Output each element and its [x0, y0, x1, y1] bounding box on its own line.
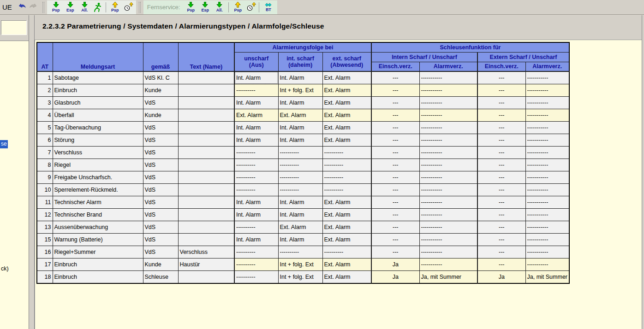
cell-ext_scharf_abwesend[interactable]: ----------	[322, 246, 371, 258]
cell-ext_scharf_abwesend[interactable]: Ext. Alarm	[322, 196, 371, 209]
cell-meldungsart[interactable]: Glasbruch	[53, 97, 143, 109]
clock-upload-button[interactable]	[122, 1, 134, 13]
cell-meldungsart[interactable]: Überfall	[53, 109, 143, 122]
cell-text_name[interactable]	[178, 97, 234, 109]
cell-meldungsart[interactable]: Riegel+Summer	[53, 246, 143, 258]
cell-meldungsart[interactable]: Einbruch	[53, 84, 143, 97]
cell-extern_alarmverz[interactable]: -----------	[525, 258, 569, 271]
cell-text_name[interactable]	[178, 171, 234, 184]
cell-meldungsart[interactable]: Einbruch	[53, 258, 143, 271]
cell-extern_einschverz[interactable]: ---	[477, 71, 525, 84]
cell-text_name[interactable]	[178, 159, 234, 171]
cell-intern_alarmverz[interactable]: -----------	[419, 71, 477, 84]
cell-intern_einschverz[interactable]: ---	[371, 134, 419, 147]
cell-text_name[interactable]	[178, 234, 234, 246]
cell-ext_scharf_abwesend[interactable]: Ext. Alarm	[322, 122, 371, 134]
cell-unscharf_aus[interactable]: Ext. Alarm	[234, 109, 278, 122]
cell-meldungsart[interactable]: Technischer Brand	[53, 209, 143, 221]
cell-intern_alarmverz[interactable]: -----------	[419, 209, 477, 221]
cell-extern_einschverz[interactable]: ---	[477, 258, 525, 271]
left-panel-input[interactable]	[1, 20, 27, 35]
fernservice-all-download-button[interactable]: All.	[212, 1, 227, 14]
cell-extern_einschverz[interactable]: ---	[477, 122, 525, 134]
esp-download-button[interactable]: Esp	[63, 1, 78, 14]
cell-gemaess[interactable]: VdS	[143, 184, 178, 196]
cell-extern_alarmverz[interactable]: -----------	[525, 71, 569, 84]
cell-intern_alarmverz[interactable]: -----------	[419, 109, 477, 122]
cell-ext_scharf_abwesend[interactable]: Ext. Alarm	[322, 134, 371, 147]
cell-intern_alarmverz[interactable]: -----------	[419, 258, 477, 271]
cell-int_scharf_daheim[interactable]: Int. Alarm	[278, 122, 322, 134]
cell-text_name[interactable]	[178, 184, 234, 196]
cell-int_scharf_daheim[interactable]: Int. Alarm	[278, 209, 322, 221]
cell-int_scharf_daheim[interactable]: Ext. Alarm	[278, 221, 322, 234]
cell-meldungsart[interactable]: Technischer Alarm	[53, 196, 143, 209]
cell-at[interactable]: 17	[37, 258, 53, 271]
cell-text_name[interactable]	[178, 196, 234, 209]
cell-extern_alarmverz[interactable]: -----------	[525, 196, 569, 209]
cell-at[interactable]: 13	[37, 221, 53, 234]
cell-text_name[interactable]: Verschluss	[178, 246, 234, 258]
cell-unscharf_aus[interactable]: ----------	[234, 84, 278, 97]
cell-gemaess[interactable]: VdS	[143, 159, 178, 171]
cell-extern_alarmverz[interactable]: -----------	[525, 97, 569, 109]
cell-extern_alarmverz[interactable]: -----------	[525, 109, 569, 122]
redo-button[interactable]	[28, 1, 40, 13]
cell-extern_alarmverz[interactable]: -----------	[525, 234, 569, 246]
cell-intern_alarmverz[interactable]: -----------	[419, 184, 477, 196]
cell-meldungsart[interactable]: Sperrelement-Rückmeld.	[53, 184, 143, 196]
cell-intern_alarmverz[interactable]: -----------	[419, 147, 477, 159]
cell-intern_einschverz[interactable]: ---	[371, 109, 419, 122]
cell-extern_alarmverz[interactable]: -----------	[525, 184, 569, 196]
cell-text_name[interactable]	[178, 271, 234, 284]
cell-intern_alarmverz[interactable]: -----------	[419, 134, 477, 147]
cell-extern_einschverz[interactable]: ---	[477, 97, 525, 109]
cell-intern_einschverz[interactable]: ---	[371, 71, 419, 84]
cell-unscharf_aus[interactable]: Int. Alarm	[234, 122, 278, 134]
cell-at[interactable]: 2	[37, 84, 53, 97]
cell-unscharf_aus[interactable]: Int. Alarm	[234, 97, 278, 109]
cell-meldungsart[interactable]: Warnung (Batterie)	[53, 234, 143, 246]
cell-gemaess[interactable]: Kunde	[143, 258, 178, 271]
cell-int_scharf_daheim[interactable]: Int + folg. Ext	[278, 84, 322, 97]
cell-extern_alarmverz[interactable]: -----------	[525, 221, 569, 234]
cell-gemaess[interactable]: VdS	[143, 97, 178, 109]
cell-gemaess[interactable]: Kunde	[143, 109, 178, 122]
cell-ext_scharf_abwesend[interactable]: Ext. Alarm	[322, 234, 371, 246]
cell-unscharf_aus[interactable]: ----------	[234, 271, 278, 284]
cell-at[interactable]: 11	[37, 196, 53, 209]
cell-intern_alarmverz[interactable]: Ja, mit Summer	[419, 271, 477, 284]
cell-intern_einschverz[interactable]: ---	[371, 234, 419, 246]
cell-intern_einschverz[interactable]: Ja	[371, 258, 419, 271]
cell-extern_einschverz[interactable]: ---	[477, 221, 525, 234]
cell-extern_einschverz[interactable]: ---	[477, 184, 525, 196]
fernservice-psp-upload-button[interactable]: Psp	[231, 1, 245, 14]
cell-at[interactable]: 10	[37, 184, 53, 196]
cell-int_scharf_daheim[interactable]: Int + folg. Ext	[278, 271, 322, 284]
cell-unscharf_aus[interactable]: Int. Alarm	[234, 209, 278, 221]
cell-gemaess[interactable]: VdS	[143, 221, 178, 234]
cell-intern_einschverz[interactable]: ---	[371, 221, 419, 234]
cell-int_scharf_daheim[interactable]: ----------	[278, 246, 322, 258]
cell-text_name[interactable]	[178, 122, 234, 134]
cell-intern_alarmverz[interactable]: -----------	[419, 171, 477, 184]
cell-int_scharf_daheim[interactable]: ----------	[278, 184, 322, 196]
all-download-button[interactable]: All.	[78, 1, 92, 14]
cell-extern_alarmverz[interactable]: -----------	[525, 84, 569, 97]
cell-ext_scharf_abwesend[interactable]: Ext. Alarm	[322, 221, 371, 234]
cell-at[interactable]: 16	[37, 246, 53, 258]
cell-extern_alarmverz[interactable]: -----------	[525, 209, 569, 221]
cell-text_name[interactable]	[178, 71, 234, 84]
cell-meldungsart[interactable]: Verschluss	[53, 147, 143, 159]
cell-unscharf_aus[interactable]: Int. Alarm	[234, 71, 278, 84]
cell-intern_einschverz[interactable]: ---	[371, 147, 419, 159]
cell-gemaess[interactable]: VdS Kl. C	[143, 71, 178, 84]
cell-extern_alarmverz[interactable]: -----------	[525, 159, 569, 171]
cell-text_name[interactable]: Haustür	[178, 258, 234, 271]
cell-intern_einschverz[interactable]: ---	[371, 246, 419, 258]
cell-meldungsart[interactable]: Einbruch	[53, 271, 143, 284]
cell-at[interactable]: 18	[37, 271, 53, 284]
cell-int_scharf_daheim[interactable]: Int + folg. Ext	[278, 258, 322, 271]
cell-unscharf_aus[interactable]: ----------	[234, 221, 278, 234]
cell-int_scharf_daheim[interactable]: ----------	[278, 147, 322, 159]
